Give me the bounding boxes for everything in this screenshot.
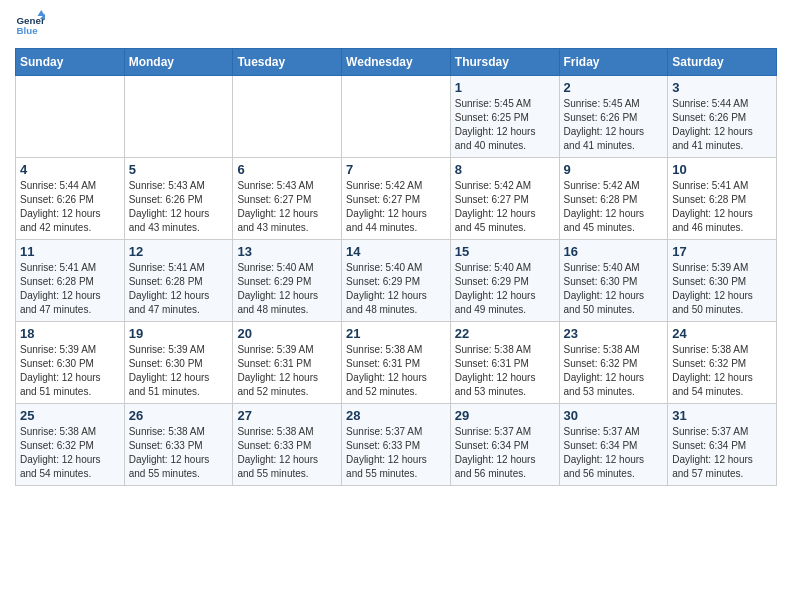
day-info: Sunrise: 5:40 AM Sunset: 6:29 PM Dayligh… [455, 261, 555, 317]
calendar-cell: 7Sunrise: 5:42 AM Sunset: 6:27 PM Daylig… [342, 158, 451, 240]
day-number: 17 [672, 244, 772, 259]
day-number: 23 [564, 326, 664, 341]
weekday-header-monday: Monday [124, 49, 233, 76]
day-info: Sunrise: 5:41 AM Sunset: 6:28 PM Dayligh… [129, 261, 229, 317]
logo-icon: General Blue [15, 10, 45, 40]
day-number: 11 [20, 244, 120, 259]
day-number: 25 [20, 408, 120, 423]
day-info: Sunrise: 5:42 AM Sunset: 6:27 PM Dayligh… [346, 179, 446, 235]
calendar-cell: 15Sunrise: 5:40 AM Sunset: 6:29 PM Dayli… [450, 240, 559, 322]
page-header: General Blue [15, 10, 777, 40]
calendar-cell: 12Sunrise: 5:41 AM Sunset: 6:28 PM Dayli… [124, 240, 233, 322]
day-number: 6 [237, 162, 337, 177]
day-number: 18 [20, 326, 120, 341]
day-info: Sunrise: 5:43 AM Sunset: 6:26 PM Dayligh… [129, 179, 229, 235]
day-info: Sunrise: 5:37 AM Sunset: 6:34 PM Dayligh… [455, 425, 555, 481]
weekday-header-thursday: Thursday [450, 49, 559, 76]
day-info: Sunrise: 5:45 AM Sunset: 6:26 PM Dayligh… [564, 97, 664, 153]
day-number: 8 [455, 162, 555, 177]
calendar-cell: 2Sunrise: 5:45 AM Sunset: 6:26 PM Daylig… [559, 76, 668, 158]
day-number: 26 [129, 408, 229, 423]
calendar-cell: 13Sunrise: 5:40 AM Sunset: 6:29 PM Dayli… [233, 240, 342, 322]
weekday-header-wednesday: Wednesday [342, 49, 451, 76]
calendar-cell: 30Sunrise: 5:37 AM Sunset: 6:34 PM Dayli… [559, 404, 668, 486]
day-number: 2 [564, 80, 664, 95]
day-info: Sunrise: 5:38 AM Sunset: 6:31 PM Dayligh… [455, 343, 555, 399]
day-info: Sunrise: 5:38 AM Sunset: 6:32 PM Dayligh… [672, 343, 772, 399]
calendar-week-1: 1Sunrise: 5:45 AM Sunset: 6:25 PM Daylig… [16, 76, 777, 158]
day-number: 1 [455, 80, 555, 95]
calendar-cell: 10Sunrise: 5:41 AM Sunset: 6:28 PM Dayli… [668, 158, 777, 240]
calendar-week-4: 18Sunrise: 5:39 AM Sunset: 6:30 PM Dayli… [16, 322, 777, 404]
weekday-header-friday: Friday [559, 49, 668, 76]
day-info: Sunrise: 5:38 AM Sunset: 6:33 PM Dayligh… [237, 425, 337, 481]
day-info: Sunrise: 5:42 AM Sunset: 6:27 PM Dayligh… [455, 179, 555, 235]
day-info: Sunrise: 5:43 AM Sunset: 6:27 PM Dayligh… [237, 179, 337, 235]
svg-text:General: General [17, 15, 46, 26]
day-info: Sunrise: 5:40 AM Sunset: 6:30 PM Dayligh… [564, 261, 664, 317]
calendar-cell [342, 76, 451, 158]
day-number: 5 [129, 162, 229, 177]
calendar-cell: 21Sunrise: 5:38 AM Sunset: 6:31 PM Dayli… [342, 322, 451, 404]
day-info: Sunrise: 5:41 AM Sunset: 6:28 PM Dayligh… [672, 179, 772, 235]
day-number: 30 [564, 408, 664, 423]
day-number: 4 [20, 162, 120, 177]
day-info: Sunrise: 5:40 AM Sunset: 6:29 PM Dayligh… [237, 261, 337, 317]
day-number: 10 [672, 162, 772, 177]
day-info: Sunrise: 5:44 AM Sunset: 6:26 PM Dayligh… [20, 179, 120, 235]
day-number: 27 [237, 408, 337, 423]
calendar-cell: 9Sunrise: 5:42 AM Sunset: 6:28 PM Daylig… [559, 158, 668, 240]
day-number: 29 [455, 408, 555, 423]
day-info: Sunrise: 5:37 AM Sunset: 6:33 PM Dayligh… [346, 425, 446, 481]
calendar-cell: 22Sunrise: 5:38 AM Sunset: 6:31 PM Dayli… [450, 322, 559, 404]
logo: General Blue [15, 10, 45, 40]
day-info: Sunrise: 5:45 AM Sunset: 6:25 PM Dayligh… [455, 97, 555, 153]
calendar-cell: 11Sunrise: 5:41 AM Sunset: 6:28 PM Dayli… [16, 240, 125, 322]
calendar-cell: 6Sunrise: 5:43 AM Sunset: 6:27 PM Daylig… [233, 158, 342, 240]
calendar-cell: 17Sunrise: 5:39 AM Sunset: 6:30 PM Dayli… [668, 240, 777, 322]
day-info: Sunrise: 5:40 AM Sunset: 6:29 PM Dayligh… [346, 261, 446, 317]
calendar-cell: 26Sunrise: 5:38 AM Sunset: 6:33 PM Dayli… [124, 404, 233, 486]
calendar-table: SundayMondayTuesdayWednesdayThursdayFrid… [15, 48, 777, 486]
day-number: 7 [346, 162, 446, 177]
day-info: Sunrise: 5:37 AM Sunset: 6:34 PM Dayligh… [564, 425, 664, 481]
calendar-cell: 5Sunrise: 5:43 AM Sunset: 6:26 PM Daylig… [124, 158, 233, 240]
day-number: 22 [455, 326, 555, 341]
calendar-cell: 31Sunrise: 5:37 AM Sunset: 6:34 PM Dayli… [668, 404, 777, 486]
day-number: 3 [672, 80, 772, 95]
calendar-cell [124, 76, 233, 158]
calendar-cell: 19Sunrise: 5:39 AM Sunset: 6:30 PM Dayli… [124, 322, 233, 404]
day-number: 28 [346, 408, 446, 423]
weekday-header-tuesday: Tuesday [233, 49, 342, 76]
calendar-week-2: 4Sunrise: 5:44 AM Sunset: 6:26 PM Daylig… [16, 158, 777, 240]
day-number: 15 [455, 244, 555, 259]
day-info: Sunrise: 5:39 AM Sunset: 6:30 PM Dayligh… [20, 343, 120, 399]
day-info: Sunrise: 5:38 AM Sunset: 6:32 PM Dayligh… [20, 425, 120, 481]
calendar-cell: 8Sunrise: 5:42 AM Sunset: 6:27 PM Daylig… [450, 158, 559, 240]
weekday-header-sunday: Sunday [16, 49, 125, 76]
day-info: Sunrise: 5:38 AM Sunset: 6:31 PM Dayligh… [346, 343, 446, 399]
weekday-header-saturday: Saturday [668, 49, 777, 76]
calendar-cell: 28Sunrise: 5:37 AM Sunset: 6:33 PM Dayli… [342, 404, 451, 486]
day-number: 21 [346, 326, 446, 341]
calendar-cell [16, 76, 125, 158]
day-info: Sunrise: 5:44 AM Sunset: 6:26 PM Dayligh… [672, 97, 772, 153]
day-info: Sunrise: 5:39 AM Sunset: 6:30 PM Dayligh… [129, 343, 229, 399]
day-number: 19 [129, 326, 229, 341]
calendar-cell: 24Sunrise: 5:38 AM Sunset: 6:32 PM Dayli… [668, 322, 777, 404]
svg-text:Blue: Blue [17, 25, 39, 36]
day-number: 16 [564, 244, 664, 259]
day-info: Sunrise: 5:39 AM Sunset: 6:30 PM Dayligh… [672, 261, 772, 317]
day-number: 14 [346, 244, 446, 259]
day-info: Sunrise: 5:38 AM Sunset: 6:32 PM Dayligh… [564, 343, 664, 399]
calendar-cell: 14Sunrise: 5:40 AM Sunset: 6:29 PM Dayli… [342, 240, 451, 322]
calendar-cell: 29Sunrise: 5:37 AM Sunset: 6:34 PM Dayli… [450, 404, 559, 486]
day-info: Sunrise: 5:39 AM Sunset: 6:31 PM Dayligh… [237, 343, 337, 399]
calendar-cell: 23Sunrise: 5:38 AM Sunset: 6:32 PM Dayli… [559, 322, 668, 404]
calendar-cell: 16Sunrise: 5:40 AM Sunset: 6:30 PM Dayli… [559, 240, 668, 322]
calendar-cell: 4Sunrise: 5:44 AM Sunset: 6:26 PM Daylig… [16, 158, 125, 240]
day-number: 20 [237, 326, 337, 341]
calendar-cell: 20Sunrise: 5:39 AM Sunset: 6:31 PM Dayli… [233, 322, 342, 404]
calendar-cell: 1Sunrise: 5:45 AM Sunset: 6:25 PM Daylig… [450, 76, 559, 158]
day-number: 9 [564, 162, 664, 177]
